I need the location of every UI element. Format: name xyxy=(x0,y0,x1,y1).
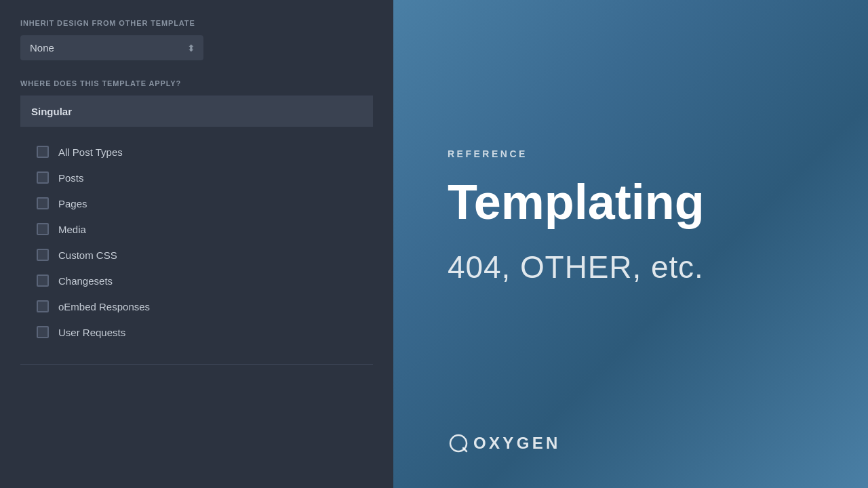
posts-checkbox[interactable] xyxy=(37,171,49,184)
list-item[interactable]: Changesets xyxy=(37,268,362,293)
oembed-responses-label: oEmbed Responses xyxy=(58,301,150,312)
all-post-types-label: All Post Types xyxy=(58,146,123,158)
divider xyxy=(20,364,373,365)
media-checkbox[interactable] xyxy=(37,223,49,235)
reference-label: REFERENCE xyxy=(448,148,814,159)
apply-section: Singular All Post Types Posts Pages Medi… xyxy=(20,96,373,365)
oxygen-logo-text: OXYGEN xyxy=(473,434,561,453)
list-item[interactable]: Media xyxy=(37,216,362,242)
user-requests-checkbox[interactable] xyxy=(37,326,49,338)
inherit-label: INHERIT DESIGN FROM OTHER TEMPLATE xyxy=(20,19,373,27)
checkbox-list: All Post Types Posts Pages Media Custom … xyxy=(20,127,373,357)
user-requests-label: User Requests xyxy=(58,327,125,338)
main-title: Templating xyxy=(448,176,814,229)
list-item[interactable]: oEmbed Responses xyxy=(37,293,362,319)
media-label: Media xyxy=(58,224,86,235)
custom-css-label: Custom CSS xyxy=(58,249,117,261)
singular-header[interactable]: Singular xyxy=(20,96,373,127)
subtitle: 404, OTHER, etc. xyxy=(448,249,814,285)
left-panel: INHERIT DESIGN FROM OTHER TEMPLATE None … xyxy=(0,0,393,488)
list-item[interactable]: All Post Types xyxy=(37,139,362,165)
posts-label: Posts xyxy=(58,172,84,184)
oxygen-logo: OXYGEN xyxy=(448,432,561,454)
svg-line-1 xyxy=(463,448,467,451)
changesets-checkbox[interactable] xyxy=(37,274,49,287)
changesets-label: Changesets xyxy=(58,275,113,287)
oembed-responses-checkbox[interactable] xyxy=(37,300,49,312)
all-post-types-checkbox[interactable] xyxy=(37,146,49,158)
inherit-select-wrapper: None ⬍ xyxy=(20,35,203,60)
list-item[interactable]: User Requests xyxy=(37,319,362,345)
custom-css-checkbox[interactable] xyxy=(37,249,49,261)
pages-checkbox[interactable] xyxy=(37,197,49,209)
list-item[interactable]: Custom CSS xyxy=(37,242,362,268)
where-label: WHERE DOES THIS TEMPLATE APPLY? xyxy=(20,79,373,87)
right-panel: REFERENCE Templating 404, OTHER, etc. OX… xyxy=(393,0,868,488)
list-item[interactable]: Pages xyxy=(37,190,362,216)
oxygen-logo-icon xyxy=(448,432,469,454)
list-item[interactable]: Posts xyxy=(37,165,362,190)
pages-label: Pages xyxy=(58,198,87,209)
inherit-select[interactable]: None xyxy=(20,35,203,60)
